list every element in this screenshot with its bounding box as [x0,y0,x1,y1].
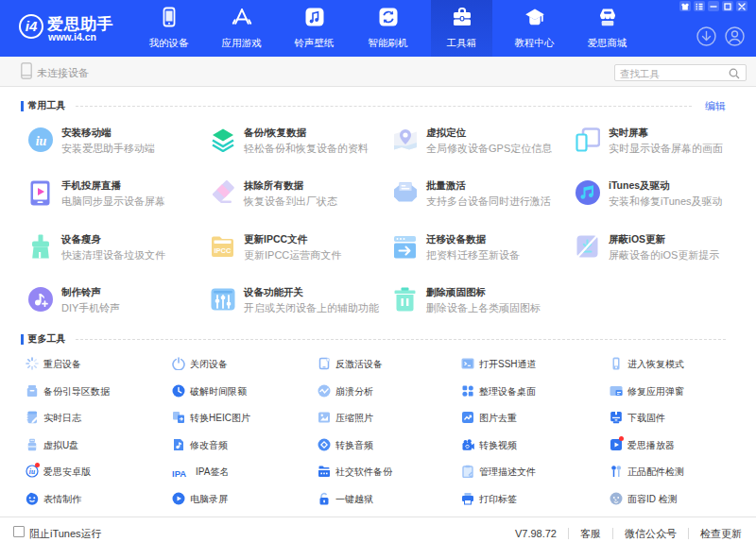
svg-text:iu: iu [29,466,35,475]
svg-text:IPCC: IPCC [215,246,232,255]
svg-text:iu: iu [35,134,46,148]
